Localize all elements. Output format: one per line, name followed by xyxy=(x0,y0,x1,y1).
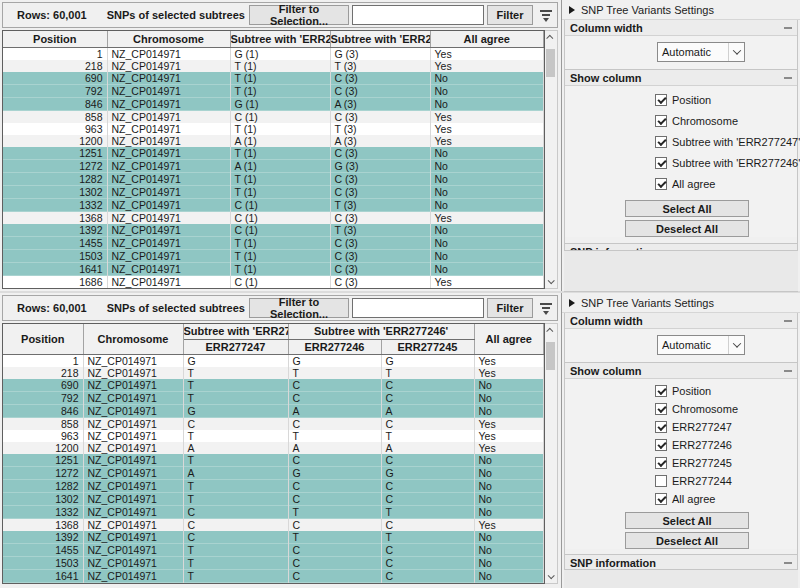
show-column-checkbox-row[interactable]: Subtree with 'ERR277247' xyxy=(655,132,797,153)
table-row[interactable]: 1282NZ_CP014971TCCNo xyxy=(3,479,544,492)
checkbox-checked-icon[interactable] xyxy=(655,178,667,190)
table-row[interactable]: 1686NZ_CP014971CCCYes xyxy=(3,582,544,584)
show-column-checkbox-row[interactable]: All agree xyxy=(655,490,797,508)
settings-title-bar[interactable]: SNP Tree Variants Settings xyxy=(562,293,800,313)
table-row[interactable]: 1392NZ_CP014971CTTNo xyxy=(3,531,544,544)
col-header-err277245[interactable]: ERR277245 xyxy=(381,339,474,354)
table-row[interactable]: 1686NZ_CP014971C (1)C (3)Yes xyxy=(3,275,544,288)
checkbox-checked-icon[interactable] xyxy=(655,385,667,397)
checkbox-checked-icon[interactable] xyxy=(655,421,667,433)
col-header-all-agree[interactable]: All agree xyxy=(474,324,543,354)
show-column-header[interactable]: Show column xyxy=(565,363,797,379)
select-all-button[interactable]: Select All xyxy=(625,512,749,529)
show-column-header[interactable]: Show column xyxy=(565,70,797,86)
table-row[interactable]: 1332NZ_CP014971CTTNo xyxy=(3,505,544,518)
table-row[interactable]: 858NZ_CP014971C (1)C (3)Yes xyxy=(3,110,544,123)
col-header-subtree-246[interactable]: Subtree with 'ERR277246' xyxy=(330,31,430,47)
checkbox-checked-icon[interactable] xyxy=(655,493,667,505)
checkbox-unchecked-icon[interactable] xyxy=(655,475,667,487)
table-row[interactable]: 218NZ_CP014971T (1)T (3)Yes xyxy=(3,60,544,72)
table-row[interactable]: 1455NZ_CP014971T (1)C (3)No xyxy=(3,236,544,249)
checkbox-checked-icon[interactable] xyxy=(655,94,667,106)
filter-input[interactable] xyxy=(352,5,484,25)
table-row[interactable]: 690NZ_CP014971T (1)C (3)No xyxy=(3,72,544,85)
scroll-up-icon[interactable] xyxy=(545,31,556,44)
show-column-checkbox-row[interactable]: Subtree with 'ERR277246' xyxy=(655,153,797,174)
col-header-chromosome[interactable]: Chromosome xyxy=(83,324,183,354)
table-row[interactable]: 1503NZ_CP014971T (1)C (3)No xyxy=(3,249,544,262)
collapse-section-icon[interactable] xyxy=(784,562,792,564)
table-row[interactable]: 1251NZ_CP014971T (1)C (3)No xyxy=(3,147,544,160)
column-width-header[interactable]: Column width xyxy=(565,313,797,329)
table-row[interactable]: 1NZ_CP014971GGGYes xyxy=(3,354,544,367)
column-width-dropdown[interactable]: Automatic xyxy=(657,42,745,62)
show-column-checkbox-row[interactable]: ERR277245 xyxy=(655,454,797,472)
table-row[interactable]: 1641NZ_CP014971T (1)C (3)No xyxy=(3,262,544,275)
table-row[interactable]: 218NZ_CP014971TTTYes xyxy=(3,367,544,379)
scroll-down-icon[interactable] xyxy=(545,570,556,583)
expand-arrow-icon[interactable] xyxy=(569,6,575,14)
table-row[interactable]: 1282NZ_CP014971T (1)C (3)No xyxy=(3,172,544,185)
table-row[interactable]: 1368NZ_CP014971CCCYes xyxy=(3,518,544,531)
filter-to-selection-button[interactable]: Filter to Selection... xyxy=(249,5,349,25)
col-header-position[interactable]: Position xyxy=(3,324,83,354)
filter-to-selection-button[interactable]: Filter to Selection... xyxy=(249,298,349,318)
expand-arrow-icon[interactable] xyxy=(569,299,575,307)
group-header-subtree-247[interactable]: Subtree with 'ERR277247' xyxy=(183,324,288,339)
scrollbar-thumb[interactable] xyxy=(546,49,555,77)
col-header-position[interactable]: Position xyxy=(3,31,107,47)
column-width-dropdown[interactable]: Automatic xyxy=(657,335,745,355)
collapse-section-icon[interactable] xyxy=(784,370,792,372)
advanced-filter-icon[interactable] xyxy=(539,8,553,22)
col-header-subtree-247[interactable]: Subtree with 'ERR277247' xyxy=(230,31,330,47)
show-column-checkbox-row[interactable]: ERR277244 xyxy=(655,472,797,490)
deselect-all-button[interactable]: Deselect All xyxy=(625,220,749,237)
column-width-header[interactable]: Column width xyxy=(565,20,797,36)
table-row[interactable]: 1200NZ_CP014971A (1)A (3)Yes xyxy=(3,135,544,147)
table-row[interactable]: 1272NZ_CP014971A (1)G (3)No xyxy=(3,159,544,172)
table-row[interactable]: 1200NZ_CP014971AAAYes xyxy=(3,442,544,454)
table-row[interactable]: 792NZ_CP014971TCCNo xyxy=(3,391,544,404)
show-column-checkbox-row[interactable]: Position xyxy=(655,90,797,111)
table-row[interactable]: 1272NZ_CP014971AGGNo xyxy=(3,466,544,479)
table-row[interactable]: 792NZ_CP014971T (1)C (3)No xyxy=(3,84,544,97)
filter-input[interactable] xyxy=(352,298,484,318)
table-row[interactable]: 846NZ_CP014971GAANo xyxy=(3,404,544,417)
checkbox-checked-icon[interactable] xyxy=(655,136,667,148)
col-header-err277247[interactable]: ERR277247 xyxy=(183,339,288,354)
table-row[interactable]: 963NZ_CP014971TTTYes xyxy=(3,430,544,442)
group-header-subtree-246[interactable]: Subtree with 'ERR277246' xyxy=(288,324,474,339)
scrollbar-thumb[interactable] xyxy=(546,342,555,370)
scroll-up-icon[interactable] xyxy=(545,324,556,337)
table-row[interactable]: 1302NZ_CP014971TCCNo xyxy=(3,492,544,505)
show-column-checkbox-row[interactable]: All agree xyxy=(655,174,797,195)
table-row[interactable]: 1302NZ_CP014971T (1)C (3)No xyxy=(3,185,544,198)
table-row[interactable]: 846NZ_CP014971G (1)A (3)No xyxy=(3,97,544,110)
col-header-chromosome[interactable]: Chromosome xyxy=(107,31,230,47)
table-row[interactable]: 1503NZ_CP014971TCCNo xyxy=(3,556,544,569)
checkbox-checked-icon[interactable] xyxy=(655,403,667,415)
filter-button[interactable]: Filter xyxy=(487,5,533,25)
table-row[interactable]: 1332NZ_CP014971C (1)T (3)No xyxy=(3,198,544,211)
checkbox-checked-icon[interactable] xyxy=(655,157,667,169)
select-all-button[interactable]: Select All xyxy=(625,200,749,217)
table-row[interactable]: 1NZ_CP014971G (1)G (3)Yes xyxy=(3,47,544,60)
checkbox-checked-icon[interactable] xyxy=(655,457,667,469)
col-header-all-agree[interactable]: All agree xyxy=(430,31,544,47)
table-row[interactable]: 858NZ_CP014971CCCYes xyxy=(3,417,544,430)
table-row[interactable]: 690NZ_CP014971TCCNo xyxy=(3,379,544,392)
checkbox-checked-icon[interactable] xyxy=(655,115,667,127)
filter-button[interactable]: Filter xyxy=(487,298,533,318)
deselect-all-button[interactable]: Deselect All xyxy=(625,532,749,549)
table-row[interactable]: 963NZ_CP014971T (1)T (3)Yes xyxy=(3,123,544,135)
table-row[interactable]: 1641NZ_CP014971TCCNo xyxy=(3,569,544,582)
table-row[interactable]: 1251NZ_CP014971TCCNo xyxy=(3,454,544,467)
vertical-scrollbar[interactable] xyxy=(545,30,558,289)
show-column-checkbox-row[interactable]: ERR277246 xyxy=(655,436,797,454)
collapse-section-icon[interactable] xyxy=(784,77,792,79)
show-column-checkbox-row[interactable]: ERR277247 xyxy=(655,418,797,436)
table-row[interactable]: 1368NZ_CP014971C (1)C (3)Yes xyxy=(3,211,544,224)
table-row[interactable]: 1455NZ_CP014971TCCNo xyxy=(3,543,544,556)
table-row[interactable]: 1707NZ_CP014971C (1)C (3)Yes xyxy=(3,288,544,290)
collapse-section-icon[interactable] xyxy=(784,27,792,29)
